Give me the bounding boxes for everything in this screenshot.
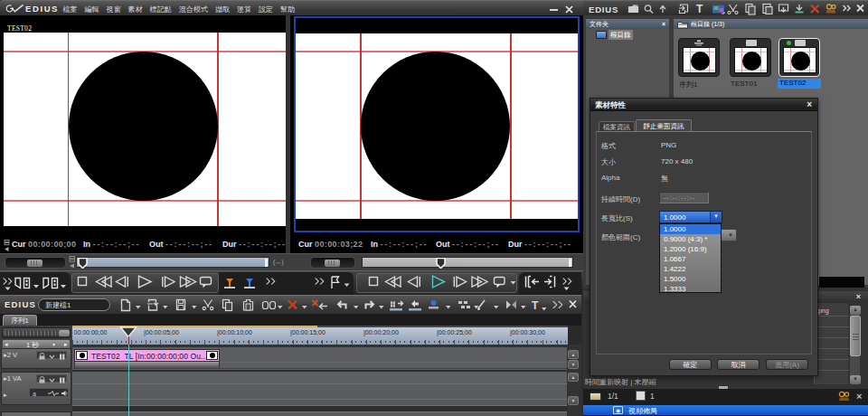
svg-text:T: T: [532, 299, 539, 312]
svg-text:a: a: [33, 391, 36, 397]
svg-text:T: T: [696, 3, 703, 15]
